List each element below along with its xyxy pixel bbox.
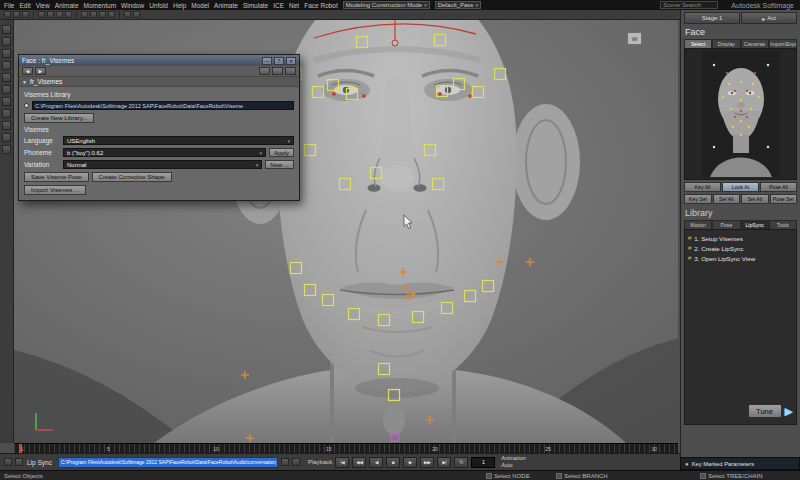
menu-item[interactable]: Window (121, 2, 144, 9)
menu-item[interactable]: Help (173, 2, 186, 9)
toolbar-icon[interactable] (124, 11, 131, 18)
toolbar-icon[interactable] (56, 11, 63, 18)
current-frame-field[interactable]: 1 (471, 457, 495, 468)
sel-all-button[interactable]: Sel All (713, 194, 741, 204)
render-pass-select[interactable]: Default_Pass ▾ (435, 1, 481, 9)
act-mode-button[interactable]: ▸ Act (741, 12, 797, 24)
toolbar-icon[interactable] (22, 11, 29, 18)
fast-rewind-button[interactable]: ◀◀ (352, 457, 366, 468)
go-start-button[interactable]: |◀ (335, 457, 349, 468)
toolbar-icon[interactable] (4, 11, 11, 18)
auto-key-toggle[interactable]: Auto (501, 462, 525, 469)
set-all-button[interactable]: Set All (741, 194, 769, 204)
menu-item[interactable]: File (4, 2, 14, 9)
variation-select[interactable]: Normal ▾ (63, 160, 262, 169)
step-back-button[interactable]: ◀ (369, 457, 383, 468)
list-item-setup-visemes[interactable]: # 1. Setup Visemes (687, 233, 794, 243)
tool-icon[interactable] (2, 145, 11, 154)
tool-icon[interactable] (2, 61, 11, 70)
node-section-header[interactable]: ▼ fr_Visemes (19, 77, 299, 87)
pin-icon[interactable] (285, 67, 296, 75)
minimize-icon[interactable]: — (262, 57, 272, 65)
menu-item[interactable]: Simulate (243, 2, 268, 9)
tool-icon[interactable] (2, 73, 11, 82)
menu-item[interactable]: Momentum (84, 2, 117, 9)
browse-audio-icon[interactable] (281, 458, 289, 466)
list-item-create-lipsync[interactable]: # 2. Create LipSync (687, 243, 794, 253)
tool-icon[interactable] (2, 37, 11, 46)
menu-item[interactable]: Edit (19, 2, 30, 9)
tool-icon[interactable] (2, 49, 11, 58)
nav-back-icon[interactable]: ◀ (22, 67, 33, 75)
viewport-memo-button[interactable]: W (627, 32, 642, 45)
list-item-open-lipsync-view[interactable]: # 3. Open LipSync View (687, 253, 794, 263)
pose-all-button[interactable]: Pose All (760, 182, 797, 192)
menu-item[interactable]: Face Robot (304, 2, 338, 9)
stop-button[interactable]: ■ (386, 457, 400, 468)
timeline-ruler[interactable]: 1 5 10 15 20 25 30 (14, 443, 678, 453)
tab-display[interactable]: Display (712, 39, 740, 48)
tool-icon[interactable] (2, 25, 11, 34)
menu-item[interactable]: ICE (273, 2, 284, 9)
menu-item[interactable]: Model (191, 2, 209, 9)
tab-import-export[interactable]: Import/Export (769, 39, 797, 48)
toolbar-icon[interactable] (13, 11, 20, 18)
tune-play-icon[interactable]: ▶ (785, 406, 793, 417)
apply-button[interactable]: Apply (269, 148, 294, 157)
toolbar-icon[interactable] (90, 11, 97, 18)
look-at-button[interactable]: Look At (722, 182, 759, 192)
pose-sel-button[interactable]: Pose Sel (770, 194, 798, 204)
save-viseme-pose-button[interactable]: Save Viseme Pose (24, 172, 89, 182)
close-icon[interactable]: ✕ (286, 57, 296, 65)
menu-item[interactable]: Animate (214, 2, 238, 9)
create-new-library-button[interactable]: Create New Library... (24, 113, 94, 123)
select-tree-chain-button[interactable]: Select TREE/CHAIN (700, 473, 763, 479)
tab-lipsync[interactable]: LipSync (741, 220, 769, 229)
menu-item[interactable]: Unfold (149, 2, 168, 9)
tab-tools[interactable]: Tools (769, 220, 797, 229)
refresh-audio-icon[interactable] (292, 458, 300, 466)
tool-icon[interactable] (2, 85, 11, 94)
loop-button[interactable]: ↻ (454, 457, 468, 468)
tab-pose[interactable]: Pose (712, 220, 740, 229)
menu-item[interactable]: Animate (55, 2, 79, 9)
tool-icon[interactable] (2, 97, 11, 106)
help-icon[interactable]: ? (274, 57, 284, 65)
new-variation-button[interactable]: New ... (265, 160, 294, 169)
lock-icon[interactable] (272, 67, 283, 75)
key-sel-button[interactable]: Key Sel (684, 194, 712, 204)
construction-mode-select[interactable]: Modeling Construction Mode ▾ (343, 1, 430, 9)
speaker-icon[interactable] (15, 458, 23, 466)
face-selector-image[interactable] (684, 48, 797, 180)
transport-tool-icon[interactable] (4, 458, 12, 466)
tool-icon[interactable] (2, 133, 11, 142)
language-select[interactable]: USEnglish ▾ (63, 136, 294, 145)
nav-forward-icon[interactable]: ▶ (35, 67, 46, 75)
toolbar-icon[interactable] (38, 11, 45, 18)
audio-clip-field[interactable]: C:\Program Files\Autodesk\Softimage 2012… (58, 457, 278, 468)
toolbar-icon[interactable] (108, 11, 115, 18)
play-button[interactable]: ▶ (403, 457, 417, 468)
tool-icon[interactable] (2, 121, 11, 130)
create-corrective-shape-button[interactable]: Create Corrective Shape (92, 172, 172, 182)
menu-item[interactable]: View (36, 2, 50, 9)
scene-search-input[interactable]: Scene Search (660, 1, 718, 9)
key-marked-parameters-button[interactable]: ● Key Marked Parameters (680, 457, 800, 470)
key-all-button[interactable]: Key All (684, 182, 721, 192)
menu-item[interactable]: Net (289, 2, 299, 9)
select-node-button[interactable]: Select NODE (486, 473, 530, 479)
library-path-field[interactable]: C:\Program Files\Autodesk\Softimage 2012… (32, 101, 294, 110)
import-visemes-button[interactable]: Import Visemes ... (24, 185, 86, 195)
dialog-titlebar[interactable]: Face : fr_Visemes — ? ✕ (19, 55, 299, 66)
toolbar-icon[interactable] (133, 11, 140, 18)
toolbar-icon[interactable] (81, 11, 88, 18)
fast-forward-button[interactable]: ▶▶ (420, 457, 434, 468)
go-end-button[interactable]: ▶| (437, 457, 451, 468)
toolbar-icon[interactable] (65, 11, 72, 18)
tab-select[interactable]: Select (684, 39, 712, 48)
tune-button[interactable]: Tune (748, 404, 782, 418)
refresh-icon[interactable] (259, 67, 270, 75)
select-branch-button[interactable]: Select BRANCH (556, 473, 608, 479)
toolbar-icon[interactable] (99, 11, 106, 18)
stage-select[interactable]: Stage 1 (684, 12, 740, 24)
